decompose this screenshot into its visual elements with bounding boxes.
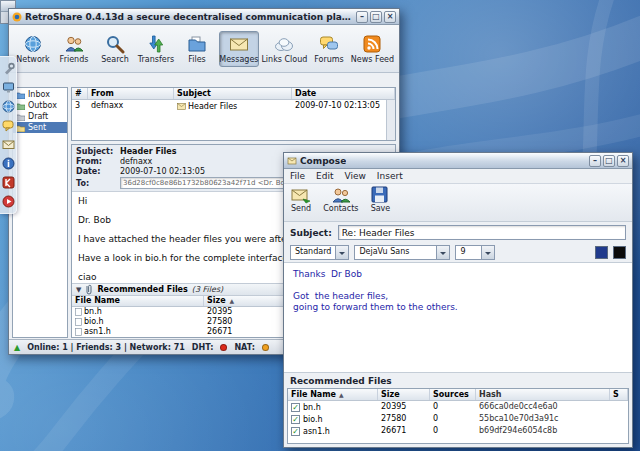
paperclip-icon	[85, 284, 93, 295]
toolbar-item-forums[interactable]: Forums	[310, 31, 348, 67]
recommended-file-row[interactable]: ✓ asn1.h 26671 0 b69df294e6054c8b	[288, 425, 628, 437]
desktop-dock	[0, 56, 17, 214]
message-envelope-icon	[177, 103, 186, 110]
online-status-icon: ▲	[14, 343, 20, 352]
file-checkbox[interactable]: ✓	[291, 403, 300, 412]
files-icon	[187, 34, 207, 54]
menu-view[interactable]: View	[345, 171, 366, 181]
background-color-swatch[interactable]	[613, 246, 626, 259]
media-player-icon[interactable]	[2, 195, 15, 208]
column-header-file-name[interactable]: File Name ▲	[288, 389, 378, 400]
compose-body-editor[interactable]: Thanks Dr Bob Got the header files, goin…	[284, 262, 632, 373]
compose-subject-label: Subject:	[290, 228, 332, 238]
network-icon	[23, 34, 43, 54]
toolbar-item-friends[interactable]: Friends	[55, 31, 93, 67]
chevron-down-icon	[335, 246, 348, 259]
column-header-from[interactable]: From	[88, 88, 174, 99]
column-header-size[interactable]: Size	[378, 389, 430, 400]
font-family-select[interactable]: DejaVu Sans	[354, 245, 450, 260]
to-value-field[interactable]: 36d28cf0c8e86b1732b80623a42f71d <Dr. Bob…	[120, 177, 292, 189]
message-list: # From Subject Date 3 defnaxx Header Fil…	[71, 87, 396, 141]
toolbar-item-transfers[interactable]: Transfers	[137, 31, 175, 67]
file-checkbox[interactable]: ✓	[291, 427, 300, 436]
folder-list: Inbox Outbox Draft Sent	[12, 87, 68, 338]
file-icon	[75, 328, 82, 336]
mail-icon[interactable]	[2, 138, 15, 151]
launcher-icon[interactable]	[2, 176, 15, 189]
send-icon	[291, 186, 311, 204]
recommended-files-table: File Name ▲ Size Sources Hash S ✓ bn.h 2…	[287, 388, 629, 444]
dht-label: DHT:	[192, 343, 214, 352]
font-size-select[interactable]: 9	[455, 245, 495, 260]
inbox-folder-icon	[16, 91, 25, 99]
contacts-icon	[331, 186, 351, 204]
web-browser-icon[interactable]	[2, 100, 15, 113]
maximize-button[interactable]: □	[370, 11, 382, 23]
transfers-icon	[146, 34, 166, 54]
save-button[interactable]: Save	[370, 186, 390, 213]
minimize-button[interactable]: –	[589, 155, 601, 167]
friends-icon	[64, 34, 84, 54]
toolbar-item-links-cloud[interactable]: Links Cloud	[262, 31, 307, 67]
menu-file[interactable]: File	[290, 171, 305, 181]
menu-insert[interactable]: Insert	[377, 171, 403, 181]
menu-edit[interactable]: Edit	[316, 171, 333, 181]
main-toolbar: Network Friends Search Transfers Files M…	[9, 25, 399, 73]
compose-menubar: File Edit View Insert	[284, 169, 632, 184]
info-icon[interactable]	[2, 157, 15, 170]
toolbar-item-messages[interactable]: Messages	[219, 31, 259, 67]
links-cloud-icon	[274, 34, 294, 54]
column-header-date[interactable]: Date	[292, 88, 395, 99]
sent-folder-icon	[16, 124, 25, 132]
toolbar-item-news-feed[interactable]: News Feed	[351, 31, 394, 67]
column-header-num[interactable]: #	[72, 88, 88, 99]
close-button[interactable]: ×	[617, 155, 629, 167]
search-icon	[105, 34, 125, 54]
paragraph-style-select[interactable]: Standard	[290, 245, 349, 260]
window-title: RetroShare 0.4.13d a secure decentralise…	[25, 12, 353, 22]
display-icon[interactable]	[2, 81, 15, 94]
text-color-swatch[interactable]	[595, 246, 608, 259]
folder-item-sent[interactable]: Sent	[13, 122, 67, 133]
column-header-subject[interactable]: Subject	[174, 88, 292, 99]
attachments-title: Recommended Files	[97, 285, 187, 294]
message-row[interactable]: 3 defnaxx Header Files 2009-07-10 02:13:…	[72, 100, 395, 112]
save-icon	[370, 186, 390, 204]
file-checkbox[interactable]: ✓	[291, 415, 300, 424]
recommended-files-title: Recommended Files	[284, 373, 632, 388]
compose-titlebar[interactable]: Compose – □ ×	[284, 153, 632, 169]
message-list-scrollbar[interactable]	[386, 100, 395, 140]
date-label: Date:	[76, 167, 120, 176]
connection-status-text: Online: 1 | Friends: 3 | Network: 71	[27, 343, 185, 352]
subject-input[interactable]	[338, 225, 626, 240]
retroshare-titlebar[interactable]: RetroShare 0.4.13d a secure decentralise…	[9, 9, 399, 25]
compose-toolbar: Send Contacts Save	[284, 184, 632, 222]
column-header-sources[interactable]: Sources	[430, 389, 476, 400]
recommended-file-row[interactable]: ✓ bn.h 20395 0 666ca0de0cc4e6a0	[288, 401, 628, 413]
toolbar-item-search[interactable]: Search	[96, 31, 134, 67]
toolbar-item-files[interactable]: Files	[178, 31, 216, 67]
folder-item-draft[interactable]: Draft	[13, 111, 67, 122]
tools-icon[interactable]	[2, 62, 15, 75]
folder-item-inbox[interactable]: Inbox	[13, 89, 67, 100]
column-header-s[interactable]: S	[610, 389, 628, 400]
file-icon	[75, 318, 82, 326]
contacts-button[interactable]: Contacts	[323, 186, 358, 213]
chevron-down-icon	[481, 246, 494, 259]
to-label: To:	[76, 179, 120, 188]
chat-icon[interactable]	[2, 119, 15, 132]
compose-window-icon	[287, 156, 297, 166]
format-toolbar: Standard DejaVu Sans 9	[284, 243, 632, 262]
message-list-header: # From Subject Date	[72, 88, 395, 100]
close-button[interactable]: ×	[384, 11, 396, 23]
files-column-name[interactable]: File Name	[72, 296, 204, 306]
column-header-hash[interactable]: Hash	[476, 389, 610, 400]
compose-title: Compose	[300, 156, 346, 166]
send-button[interactable]: Send	[291, 186, 311, 213]
minimize-button[interactable]: –	[356, 11, 368, 23]
folder-item-outbox[interactable]: Outbox	[13, 100, 67, 111]
toolbar-item-network[interactable]: Network	[14, 31, 52, 67]
maximize-button[interactable]: □	[603, 155, 615, 167]
subject-row: Subject:	[284, 222, 632, 243]
recommended-file-row[interactable]: ✓ bio.h 27580 0 55bca10e70d3a91c	[288, 413, 628, 425]
